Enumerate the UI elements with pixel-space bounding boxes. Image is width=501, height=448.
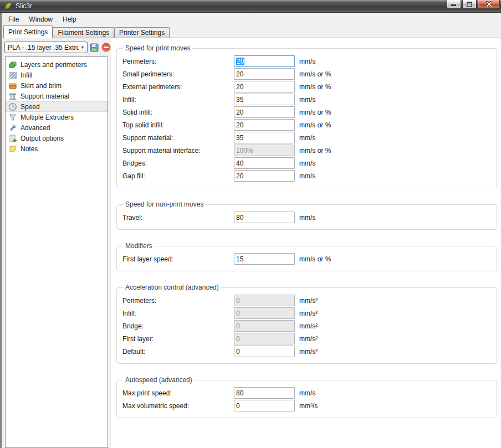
window-title: Slic3r xyxy=(16,2,32,10)
infill-icon xyxy=(8,71,17,80)
delete-preset-button[interactable] xyxy=(101,43,111,53)
field-row-small-perimeters: Small perimeters: mm/s or % xyxy=(122,68,497,80)
support-icon xyxy=(8,92,17,101)
sidebar-item-skirt-and-brim[interactable]: Skirt and brim xyxy=(6,80,108,91)
unit-label: mm/s² xyxy=(299,335,318,343)
speed-settings-panel: Speed for print moves Perimeters: 20 mm/… xyxy=(111,38,501,448)
maximize-icon xyxy=(467,2,472,7)
unit-label: mm/s² xyxy=(299,297,318,305)
notes-icon xyxy=(8,145,17,153)
field-label: First layer: xyxy=(122,335,234,343)
first-layer-speed-input[interactable] xyxy=(234,253,295,265)
field-label: First layer speed: xyxy=(122,255,234,263)
sidebar-item-label: Output options xyxy=(21,135,64,142)
sidebar-item-speed[interactable]: Speed xyxy=(6,101,108,112)
sidebar-item-output-options[interactable]: Output options xyxy=(6,133,108,143)
unit-label: mm/s or % xyxy=(299,147,331,155)
support-material-speed-input[interactable] xyxy=(234,132,295,143)
tab-print-settings[interactable]: Print Settings xyxy=(3,25,53,38)
field-row-travel: Travel: mm/s xyxy=(122,211,497,224)
speed-icon xyxy=(8,102,17,111)
sidebar-item-label: Skirt and brim xyxy=(21,82,62,90)
minimize-icon xyxy=(451,2,457,7)
group-autospeed: Autospeed (advanced) Max print speed: mm… xyxy=(116,376,497,418)
external-perimeters-input[interactable] xyxy=(234,81,295,92)
menu-help[interactable]: Help xyxy=(58,14,81,25)
chevron-down-icon: ▼ xyxy=(80,45,84,49)
unit-label: mm/s xyxy=(299,134,315,142)
window-controls xyxy=(447,0,500,9)
maximize-button[interactable] xyxy=(462,0,477,9)
field-label: Top solid infill: xyxy=(122,121,234,129)
perimeters-acceleration-input xyxy=(234,295,295,306)
gap-fill-input[interactable] xyxy=(234,170,295,182)
close-button[interactable] xyxy=(478,0,500,9)
sidebar-item-label: Multiple Extruders xyxy=(21,114,74,121)
sidebar-item-infill[interactable]: Infill xyxy=(6,70,108,80)
field-label: Bridges: xyxy=(122,159,234,167)
field-label: Default: xyxy=(122,348,234,356)
field-label: Infill: xyxy=(122,310,234,317)
sidebar-item-notes[interactable]: Notes xyxy=(6,143,108,154)
field-label: Max volumetric speed: xyxy=(122,402,234,410)
field-row-infill-accel: Infill: mm/s² xyxy=(122,307,497,320)
field-label: Small perimeters: xyxy=(122,70,234,78)
sidebar-item-layers-and-perimeters[interactable]: Layers and perimeters xyxy=(6,59,108,70)
field-label: Infill: xyxy=(122,96,234,104)
sidebar-item-advanced[interactable]: Advanced xyxy=(6,122,108,133)
slic3r-leaf-icon xyxy=(3,2,12,11)
unit-label: mm/s or % xyxy=(299,121,331,129)
infill-acceleration-input xyxy=(234,307,295,319)
group-title: Autospeed (advanced) xyxy=(123,376,195,384)
perimeters-speed-input[interactable]: 20 xyxy=(234,55,295,67)
unit-label: mm/s² xyxy=(299,310,318,317)
field-row-gap-fill: Gap fill: mm/s xyxy=(122,169,497,182)
sidebar-item-label: Advanced xyxy=(21,124,50,132)
selected-text: 20 xyxy=(236,58,244,65)
field-row-bridges: Bridges: mm/s xyxy=(122,157,497,169)
sidebar-item-label: Speed xyxy=(21,103,40,111)
unit-label: mm/s² xyxy=(299,322,318,330)
solid-infill-input[interactable] xyxy=(234,106,295,118)
layers-icon xyxy=(8,60,17,69)
tab-filament-settings[interactable]: Filament Settings xyxy=(53,27,114,38)
field-label: External perimeters: xyxy=(122,83,234,91)
default-acceleration-input[interactable] xyxy=(234,346,295,357)
settings-tabbar: Print Settings Filament Settings Printer… xyxy=(2,25,501,38)
field-label: Perimeters: xyxy=(122,297,234,305)
small-perimeters-input[interactable] xyxy=(234,68,295,80)
first-layer-acceleration-input xyxy=(234,333,295,344)
sidebar-item-support-material[interactable]: Support material xyxy=(6,91,108,101)
save-preset-icon xyxy=(90,43,99,52)
infill-speed-input[interactable] xyxy=(234,94,295,105)
group-modifiers: Modifiers First layer speed: mm/s or % xyxy=(116,242,497,271)
field-row-default-accel: Default: mm/s² xyxy=(122,345,497,358)
settings-category-list: Layers and perimeters Infill xyxy=(5,56,108,448)
preset-toolbar: PLA - .15 layer .35 Extruc ▼ xyxy=(2,38,111,56)
slic3r-window: Slic3r File Window Help xyxy=(0,0,501,448)
bridges-speed-input[interactable] xyxy=(234,157,295,169)
sidebar-item-label: Notes xyxy=(21,145,38,153)
unit-label: mm/s xyxy=(299,96,315,104)
group-title: Speed for non-print moves xyxy=(123,200,206,208)
field-row-max-print-speed: Max print speed: mm/s xyxy=(122,387,497,399)
menu-window[interactable]: Window xyxy=(24,14,58,25)
sidebar-item-multiple-extruders[interactable]: Multiple Extruders xyxy=(6,112,108,122)
top-solid-infill-input[interactable] xyxy=(234,119,295,131)
field-label: Solid infill: xyxy=(122,109,234,116)
minimize-button[interactable] xyxy=(447,0,461,9)
field-label: Max print speed: xyxy=(122,389,234,397)
field-row-first-layer-speed: First layer speed: mm/s or % xyxy=(122,253,497,265)
max-volumetric-speed-input[interactable] xyxy=(234,400,295,411)
tab-printer-settings[interactable]: Printer Settings xyxy=(114,27,170,38)
preset-dropdown[interactable]: PLA - .15 layer .35 Extruc ▼ xyxy=(4,42,88,53)
field-row-perimeters: Perimeters: 20 mm/s xyxy=(122,55,497,68)
close-icon xyxy=(486,1,492,7)
field-label: Bridge: xyxy=(122,322,234,330)
max-print-speed-input[interactable] xyxy=(234,387,295,399)
menu-file[interactable]: File xyxy=(3,14,24,25)
sidebar-item-label: Infill xyxy=(21,71,32,79)
travel-speed-input[interactable] xyxy=(234,212,295,223)
save-preset-button[interactable] xyxy=(89,43,99,53)
group-title: Modifiers xyxy=(123,242,155,250)
